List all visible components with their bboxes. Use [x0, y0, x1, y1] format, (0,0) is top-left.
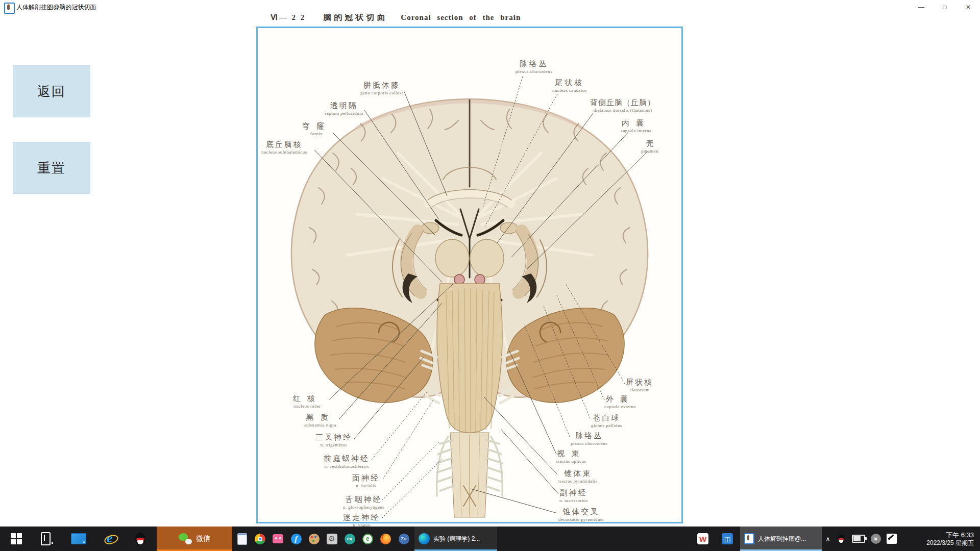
close-button[interactable]: ✕: [957, 0, 980, 14]
experiment-task-button[interactable]: 实验 (病理学) 2...: [414, 527, 497, 551]
blue-doc-button[interactable]: ◫: [716, 527, 739, 551]
pink-chat-icon-glyph: [273, 534, 283, 543]
plate-border: [256, 27, 683, 523]
utility-icon-glyph: ⚙: [327, 534, 337, 544]
firefox-icon-glyph: [380, 534, 391, 544]
windows-logo-icon: [11, 533, 22, 544]
paint-icon-glyph: [309, 534, 320, 544]
qq-tray-icon[interactable]: [836, 533, 846, 545]
blue-doc-icon: ◫: [722, 533, 733, 544]
notes-tray-icon[interactable]: [887, 534, 897, 544]
pink-chat-icon[interactable]: [272, 533, 284, 545]
monitor-app-button[interactable]: [69, 527, 88, 551]
title-bar: 人体解剖挂图@脑的冠状切面 — □ ✕: [0, 0, 980, 14]
minimize-button[interactable]: —: [910, 0, 933, 14]
chrome-icon[interactable]: [254, 533, 266, 545]
wechat-label: 微信: [196, 534, 210, 543]
app-icon: [4, 3, 15, 14]
formula-sigma-icon-glyph: Σα: [399, 534, 409, 544]
green-e-browser-icon-glyph: e: [362, 534, 373, 544]
ev-capture-icon[interactable]: ev: [344, 533, 356, 545]
plate-title-en: Coronal section of the brain: [401, 13, 521, 22]
system-tray: ∧ ✕: [823, 527, 899, 551]
pen-tablet-icon: [41, 532, 51, 545]
utility-icon[interactable]: ⚙: [326, 533, 338, 545]
wps-w-icon: W: [697, 533, 708, 544]
qq-penguin-small-icon: [838, 534, 845, 543]
internet-explorer-button[interactable]: e: [102, 527, 120, 551]
ev-capture-icon-glyph: ev: [345, 534, 355, 544]
battery-shape: [852, 535, 865, 543]
ink-workspace-button[interactable]: [37, 527, 54, 551]
qq-button[interactable]: [132, 527, 149, 551]
paint-icon[interactable]: [308, 533, 320, 545]
volume-muted-icon[interactable]: ✕: [871, 534, 881, 544]
chrome-icon-glyph: [255, 534, 265, 544]
tray-expand-icon[interactable]: ∧: [825, 535, 830, 543]
experiment-task-label: 实验 (病理学) 2...: [433, 535, 480, 543]
taskbar-clock[interactable]: 下午 6:33 2022/3/25 星期五: [926, 527, 974, 551]
firefox-icon[interactable]: [379, 533, 391, 545]
battery-icon[interactable]: [852, 535, 865, 543]
notepad-icon[interactable]: [236, 533, 248, 545]
monitor-icon: [71, 533, 86, 544]
anatomy-task-label: 人体解剖挂图@...: [758, 535, 806, 543]
notepad-icon-glyph: [237, 533, 247, 545]
anatomy-app-icon: [744, 533, 754, 544]
wechat-icon: [179, 533, 192, 544]
wps-button[interactable]: W: [691, 527, 715, 551]
reset-button[interactable]: 重置: [13, 142, 90, 194]
clock-date: 2022/3/25 星期五: [926, 539, 974, 547]
internet-explorer-icon: e: [104, 532, 117, 545]
qq-penguin-icon: [135, 533, 145, 545]
formula-sigma-icon[interactable]: Σα: [398, 533, 410, 545]
flash-icon-glyph: f: [291, 534, 302, 544]
wechat-task-button[interactable]: 微信: [157, 527, 232, 551]
flash-icon[interactable]: f: [290, 533, 302, 545]
maximize-button[interactable]: □: [933, 0, 957, 14]
back-button[interactable]: 返回: [13, 65, 90, 117]
clock-time: 下午 6:33: [946, 531, 974, 539]
window-title: 人体解剖挂图@脑的冠状切面: [16, 0, 96, 14]
edge-icon: [419, 533, 430, 544]
taskbar: e 微信 f⚙eveΣα 实验 (病理学) 2... W ◫ 人体解剖挂图@..…: [0, 527, 980, 551]
start-button[interactable]: [7, 527, 26, 551]
anatomy-task-button[interactable]: 人体解剖挂图@...: [740, 527, 822, 551]
green-e-browser-icon[interactable]: e: [361, 533, 374, 545]
